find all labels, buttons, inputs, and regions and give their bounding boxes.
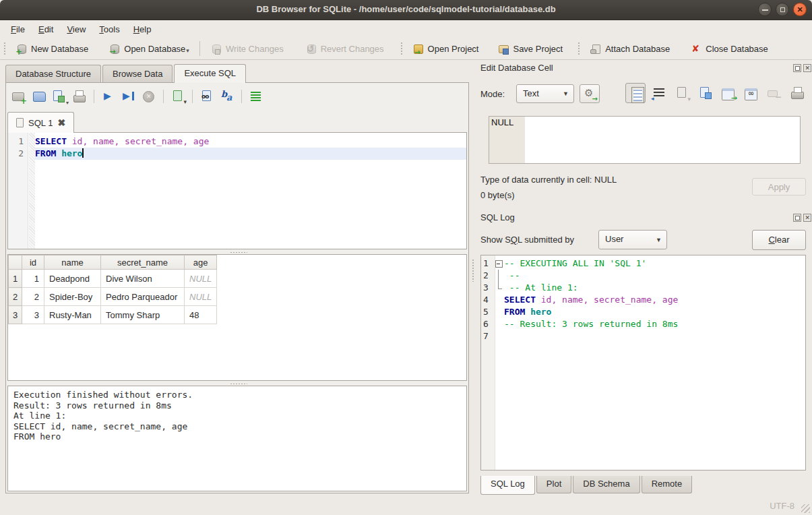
- clear-log-button[interactable]: Clear: [752, 230, 806, 250]
- dock-tab-sql-log[interactable]: SQL Log: [480, 476, 535, 495]
- execute-current-line-icon[interactable]: [120, 88, 137, 104]
- cell-age[interactable]: NULL: [185, 270, 217, 288]
- mode-select[interactable]: Text ▼: [516, 84, 574, 103]
- text-mode-icon[interactable]: [625, 83, 646, 103]
- format-sql-icon[interactable]: [247, 88, 265, 104]
- set-null-icon[interactable]: [766, 84, 783, 102]
- open-project-button[interactable]: Open Project: [407, 40, 485, 57]
- auto-apply-button[interactable]: [580, 84, 600, 103]
- menu-view[interactable]: View: [60, 22, 92, 36]
- cell-secret-name[interactable]: Dive Wilson: [101, 270, 185, 288]
- sql-log-view[interactable]: 1-- EXECUTING ALL IN 'SQL 1'2 --3 -- At …: [480, 255, 806, 471]
- minimize-button[interactable]: [758, 3, 772, 16]
- fold-marker-icon[interactable]: [493, 282, 504, 294]
- apply-button[interactable]: Apply: [752, 178, 806, 195]
- print-icon[interactable]: [71, 88, 88, 104]
- close-button[interactable]: ✕: [793, 3, 807, 16]
- sql-log-line: 3 -- At line 1:: [481, 282, 805, 294]
- execution-message-box[interactable]: Execution finished without errors.Result…: [7, 386, 467, 491]
- maximize-button[interactable]: [776, 3, 789, 16]
- tab-database-structure[interactable]: Database Structure: [5, 65, 101, 83]
- open-file-icon[interactable]: [30, 88, 48, 104]
- column-header-id[interactable]: id: [22, 255, 44, 270]
- cell-age[interactable]: 48: [185, 306, 217, 324]
- fold-marker-icon[interactable]: [493, 270, 504, 282]
- row-header[interactable]: 2: [9, 288, 22, 306]
- edit-cell-dock-title: Edit Database Cell: [480, 63, 553, 73]
- message-line: Execution finished without errors.: [13, 390, 461, 400]
- print-cell-icon[interactable]: [788, 84, 806, 102]
- save-sql-file-icon[interactable]: ▾: [51, 88, 68, 104]
- sql-editor-line: 1SELECT id, name, secret_name, age: [8, 135, 466, 148]
- table-row: 3 3 Rusty-Man Tommy Sharp 48: [9, 306, 217, 324]
- editor-results-splitter[interactable]: [7, 249, 467, 254]
- toolbar-drag-handle[interactable]: [3, 42, 7, 55]
- tab-browse-data[interactable]: Browse Data: [102, 65, 173, 83]
- find-icon[interactable]: [198, 88, 216, 104]
- row-header[interactable]: 1: [9, 270, 22, 288]
- word-wrap-icon[interactable]: [651, 84, 668, 102]
- window-title: DB Browser for SQLite - /home/user/code/…: [0, 4, 812, 14]
- cell-id[interactable]: 1: [22, 270, 44, 288]
- results-message-splitter[interactable]: [7, 381, 467, 386]
- open-sql-file-icon[interactable]: [10, 88, 28, 104]
- undock-icon[interactable]: [793, 64, 801, 72]
- save-project-button[interactable]: Save Project: [492, 40, 568, 57]
- sql-editor[interactable]: 1SELECT id, name, secret_name, age 2FROM…: [7, 132, 467, 249]
- dock-tab-remote[interactable]: Remote: [642, 476, 693, 493]
- menu-file[interactable]: File: [4, 22, 32, 36]
- cell-type-info: Type of data currently in cell: NULL: [480, 175, 617, 185]
- open-database-dropdown-icon[interactable]: ▾: [186, 47, 189, 55]
- export-results-icon[interactable]: [169, 88, 187, 104]
- execute-all-icon[interactable]: [100, 88, 117, 104]
- undock-icon[interactable]: [793, 214, 801, 222]
- dock-tab-db-schema[interactable]: DB Schema: [573, 476, 639, 493]
- cell-secret-name[interactable]: Tommy Sharp: [101, 306, 185, 324]
- column-header-age[interactable]: age: [185, 255, 217, 270]
- menu-edit[interactable]: Edit: [32, 22, 60, 36]
- export-data-icon[interactable]: [720, 84, 737, 102]
- sql-log-line: 6-- Result: 3 rows returned in 8ms: [481, 318, 805, 330]
- cell-age[interactable]: NULL: [185, 288, 217, 306]
- open-in-browser-icon[interactable]: [743, 84, 760, 102]
- fold-marker-icon[interactable]: [493, 258, 504, 270]
- save-as-icon[interactable]: [697, 84, 714, 102]
- close-sql-tab-icon[interactable]: ✖: [57, 118, 65, 127]
- close-database-button[interactable]: Close Database: [685, 40, 774, 57]
- cell-id[interactable]: 2: [22, 288, 44, 306]
- toolbar-drag-handle[interactable]: [400, 42, 404, 55]
- stop-execution-icon[interactable]: [140, 88, 158, 104]
- write-changes-button[interactable]: Write Changes: [205, 40, 289, 57]
- sql-tab[interactable]: SQL 1 ✖: [7, 112, 74, 133]
- log-filter-select[interactable]: User ▼: [598, 230, 667, 249]
- attach-database-button[interactable]: Attach Database: [584, 40, 675, 57]
- menu-tools[interactable]: Tools: [92, 22, 126, 36]
- close-database-icon: [690, 43, 702, 55]
- column-header-name[interactable]: name: [44, 255, 101, 270]
- revert-changes-button[interactable]: Revert Changes: [300, 40, 389, 57]
- toolbar-drag-handle[interactable]: [577, 42, 581, 55]
- new-database-button[interactable]: New Database: [10, 40, 94, 57]
- close-dock-icon[interactable]: [803, 214, 811, 222]
- close-dock-icon[interactable]: [803, 64, 811, 72]
- import-data-icon[interactable]: [674, 84, 691, 102]
- sql-editor-toolbar: ▾: [10, 88, 265, 105]
- open-database-button[interactable]: Open Database ▾: [103, 40, 195, 57]
- dock-splitter-handle[interactable]: [472, 259, 474, 282]
- cell-name[interactable]: Spider-Boy: [44, 288, 101, 306]
- dock-tab-plot[interactable]: Plot: [536, 476, 571, 493]
- sql-log-line: 7: [481, 330, 805, 342]
- column-header-secret-name[interactable]: secret_name: [101, 255, 185, 270]
- cell-value-editor[interactable]: NULL: [489, 116, 801, 164]
- tab-execute-sql[interactable]: Execute SQL: [174, 64, 246, 83]
- cell-id[interactable]: 3: [22, 306, 44, 324]
- row-header[interactable]: 3: [9, 306, 22, 324]
- cell-name[interactable]: Deadpond: [44, 270, 101, 288]
- find-replace-icon[interactable]: [218, 88, 236, 104]
- corner-header-cell[interactable]: [9, 255, 22, 270]
- cell-secret-name[interactable]: Pedro Parqueador: [101, 288, 185, 306]
- resize-grip[interactable]: [801, 504, 810, 513]
- cell-name[interactable]: Rusty-Man: [44, 306, 101, 324]
- table-row: 2 2 Spider-Boy Pedro Parqueador NULL: [9, 288, 217, 306]
- menu-help[interactable]: Help: [127, 22, 158, 36]
